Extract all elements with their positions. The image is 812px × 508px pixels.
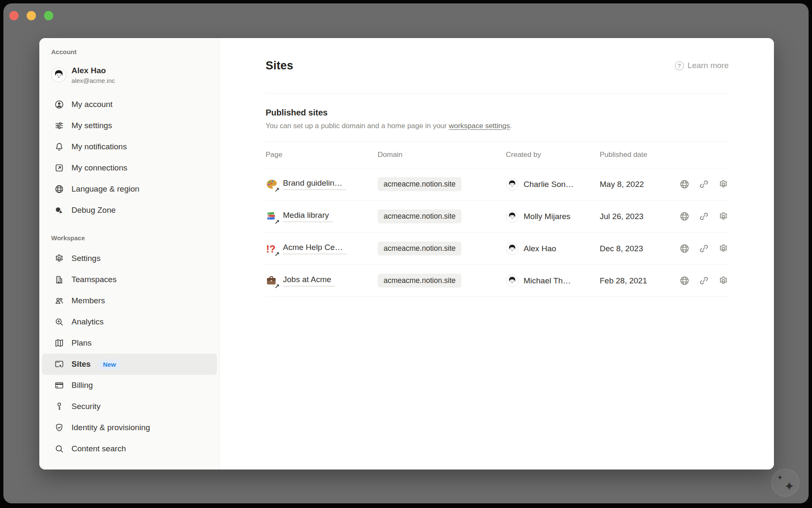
key-icon (54, 401, 65, 412)
settings-sidebar: Account Alex Hao alex@acme.inc My accoun… (39, 38, 220, 470)
sidebar-item-label: My connections (71, 163, 127, 173)
sidebar-item-billing[interactable]: Billing (42, 375, 217, 396)
account-items: My account My settings My notifications … (42, 94, 217, 221)
user-name: Alex Hao (71, 66, 115, 76)
sidebar-item-debug-zone[interactable]: Debug Zone (42, 200, 217, 221)
sites-panel: Sites ? Learn more Published sites You c… (220, 38, 774, 470)
mac-window: Account Alex Hao alex@acme.inc My accoun… (3, 3, 809, 503)
person-circle-icon (54, 99, 65, 110)
sidebar-item-my-notifications[interactable]: My notifications (42, 136, 217, 157)
published-date: Dec 8, 2023 (600, 244, 677, 253)
table-row: ↗ Acme Help Ce… acmeacme.notion.site Ale… (266, 232, 729, 264)
sidebar-item-label: Billing (71, 381, 93, 390)
site-settings-icon[interactable] (718, 275, 729, 286)
account-user[interactable]: Alex Hao alex@acme.inc (42, 63, 217, 87)
published-sites-table: Page Domain Created by Published date ↗ (266, 141, 729, 297)
page-link[interactable]: Brand guidelin… (283, 178, 346, 190)
bell-icon (54, 141, 65, 152)
domain-pill[interactable]: acmeacme.notion.site (378, 209, 461, 223)
sidebar-item-plans[interactable]: Plans (42, 332, 217, 354)
learn-more-label: Learn more (688, 61, 729, 70)
column-header-created-by: Created by (506, 151, 600, 159)
copy-link-icon[interactable] (699, 243, 709, 254)
sites-header: Sites ? Learn more (266, 38, 729, 93)
user-email: alex@acme.inc (71, 77, 115, 85)
minimize-button[interactable] (27, 11, 36, 20)
site-settings-icon[interactable] (718, 179, 729, 189)
globe-action-icon[interactable] (679, 275, 690, 286)
sidebar-item-label: Members (71, 296, 105, 305)
sliders-icon (54, 120, 65, 131)
briefcase-icon: ↗ (266, 275, 277, 286)
gear-icon (54, 253, 65, 264)
workspace-items: Settings Teamspaces Members Analytics Pl… (42, 248, 217, 459)
sidebar-item-analytics[interactable]: Analytics (42, 311, 217, 332)
close-button[interactable] (9, 11, 19, 20)
table-row: ↗ Brand guidelin… acmeacme.notion.site C… (266, 168, 729, 200)
credit-card-icon (54, 380, 65, 391)
shield-check-icon (54, 422, 65, 433)
sidebar-item-my-settings[interactable]: My settings (42, 115, 217, 136)
published-date: May 8, 2022 (600, 180, 677, 189)
sidebar-item-label: Debug Zone (71, 206, 116, 215)
copy-link-icon[interactable] (699, 179, 709, 189)
magnifier-plus-icon (54, 316, 65, 327)
domain-pill[interactable]: acmeacme.notion.site (378, 242, 461, 255)
globe-action-icon[interactable] (679, 243, 690, 254)
sidebar-item-label: Identity & provisioning (71, 423, 150, 432)
section-description: You can set up a public domain and a hom… (266, 122, 729, 130)
domain-pill[interactable]: acmeacme.notion.site (378, 274, 461, 288)
sidebar-item-label: Teamspaces (71, 275, 117, 284)
learn-more-link[interactable]: ? Learn more (675, 61, 729, 70)
globe-action-icon[interactable] (679, 179, 690, 189)
sidebar-item-label: Analytics (71, 317, 104, 327)
interrobang-icon: ↗ (266, 243, 277, 254)
sidebar-item-language-region[interactable]: Language & region (42, 178, 217, 200)
external-link-square-icon (54, 162, 65, 173)
sidebar-item-label: Settings (71, 254, 101, 263)
sidebar-item-members[interactable]: Members (42, 290, 217, 311)
account-section-label: Account (42, 47, 217, 57)
people-icon (54, 295, 65, 306)
sidebar-item-label: Language & region (71, 184, 140, 194)
copy-link-icon[interactable] (699, 211, 709, 222)
sidebar-item-security[interactable]: Security (42, 396, 217, 417)
page-link[interactable]: Media library (283, 211, 333, 222)
sidebar-item-label: My notifications (71, 142, 127, 151)
sidebar-item-my-connections[interactable]: My connections (42, 157, 217, 178)
column-header-page: Page (266, 151, 378, 159)
creator-name: Molly Mijares (524, 212, 571, 221)
sidebar-item-label: Plans (71, 338, 92, 348)
question-circle-icon: ? (675, 61, 684, 70)
copy-link-icon[interactable] (699, 275, 709, 286)
site-settings-icon[interactable] (718, 243, 729, 254)
column-header-published-date: Published date (600, 151, 677, 159)
domain-pill[interactable]: acmeacme.notion.site (378, 177, 461, 191)
site-settings-icon[interactable] (718, 211, 729, 222)
sidebar-item-settings[interactable]: Settings (42, 248, 217, 269)
sidebar-item-sites[interactable]: Sites New (42, 354, 217, 375)
ai-assistant-button[interactable]: ✦ ✦ (771, 469, 799, 497)
creator-name: Alex Hao (524, 244, 556, 253)
creator-avatar (506, 242, 518, 255)
browser-cursor-icon (54, 359, 65, 370)
sidebar-item-identity-provisioning[interactable]: Identity & provisioning (42, 417, 217, 438)
books-icon: ↗ (266, 211, 277, 222)
table-header-row: Page Domain Created by Published date (266, 142, 729, 168)
sidebar-item-content-search[interactable]: Content search (42, 438, 217, 459)
palette-icon: ↗ (266, 178, 277, 190)
globe-action-icon[interactable] (679, 211, 690, 222)
page-link[interactable]: Jobs at Acme (283, 275, 335, 286)
page-link[interactable]: Acme Help Ce… (283, 243, 347, 254)
sidebar-item-my-account[interactable]: My account (42, 94, 217, 115)
creator-avatar (506, 210, 518, 223)
page-title: Sites (266, 59, 294, 72)
zoom-button[interactable] (44, 11, 53, 20)
workspace-settings-link[interactable]: workspace settings (449, 122, 510, 130)
sidebar-item-teamspaces[interactable]: Teamspaces (42, 269, 217, 290)
creator-avatar (506, 275, 518, 287)
sidebar-item-label: Sites (71, 360, 91, 369)
creator-name: Michael Th… (524, 276, 571, 286)
description-text: You can set up a public domain and a hom… (266, 122, 449, 130)
creator-name: Charlie Son… (524, 180, 573, 189)
